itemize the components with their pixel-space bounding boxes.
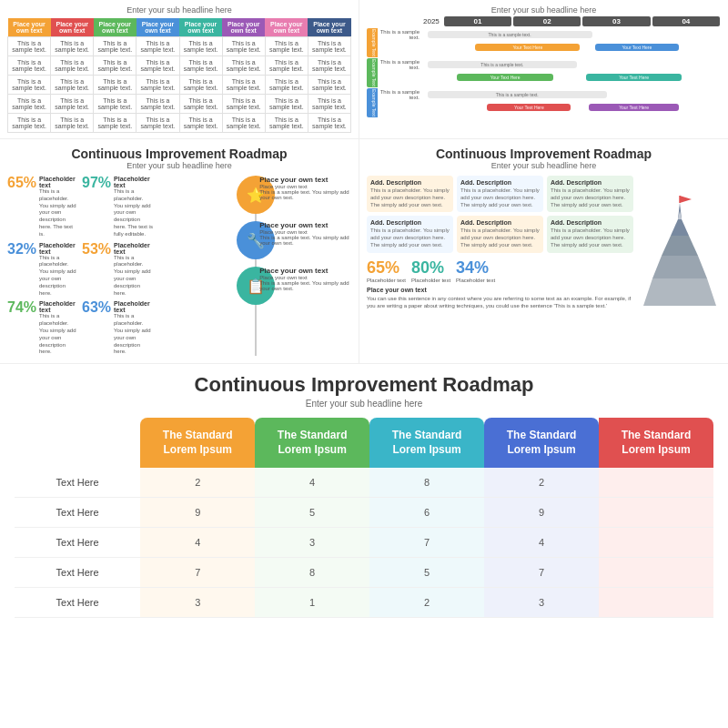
cell-orange-4: 7 <box>140 558 255 588</box>
stat-74: 74% Placeholder text This is a placehold… <box>7 300 78 356</box>
gantt-col-02: 02 <box>513 16 581 26</box>
pricing-table: The StandardLorem Ipsum The StandardLore… <box>15 418 713 618</box>
timeline-item-2: 🔧 Place your own text Place your own tex… <box>160 221 351 259</box>
timeline-desc-2: Place your own text Place your own text … <box>259 221 351 246</box>
cell-red-5 <box>599 588 713 618</box>
gantt-bar: Your Text Here <box>589 104 679 111</box>
roadmap-left-title: Continuous Improvement Roadmap <box>7 147 351 161</box>
stat-body: This is a placeholder. You simply add yo… <box>114 255 153 298</box>
gantt-group-1: Example Text This is a sample text. This… <box>367 28 721 57</box>
table-row: This is a sample text. This is a sample … <box>8 37 351 56</box>
col-header-orange: The StandardLorem Ipsum <box>140 418 255 468</box>
pricing-row-1: Text Here 2 4 8 2 <box>15 468 713 498</box>
roadmap-right-panel: Continuous Improvement Roadmap Enter you… <box>359 139 728 363</box>
stat-97: 97% Placeholder text This is a placehold… <box>82 176 153 238</box>
timeline-desc-3: Place your own text Place your own text … <box>259 267 351 291</box>
desc-card-4: Add. Description This is a placeholder. … <box>367 216 453 252</box>
gantt-bar: Your Text Here <box>586 74 682 81</box>
pricing-row-5: Text Here 3 1 2 3 <box>15 588 713 618</box>
stat-bottom-34: 34% Placeholder text <box>456 258 495 283</box>
col-header-1: Place your own text <box>8 18 51 37</box>
stat-title: Placeholder text <box>114 300 153 313</box>
col-header-8: Place your own text <box>308 18 350 37</box>
cell-orange-3: 4 <box>140 528 255 558</box>
gantt-row-label: This is a sample text. <box>378 59 421 70</box>
roadmap-left-panel: Continuous Improvement Roadmap Enter you… <box>0 139 359 363</box>
roadmap-desc-text: You can use this sentence in any context… <box>367 295 633 310</box>
gantt-col-03: 03 <box>582 16 650 26</box>
cell-red-4 <box>599 558 713 588</box>
col-header-6: Place your own text <box>222 18 265 37</box>
cell-blue-4: 7 <box>484 558 599 588</box>
cell-green-4: 8 <box>255 558 369 588</box>
table-row: This is a sample text. This is a sample … <box>8 95 351 114</box>
stat-title: Placeholder text <box>39 300 78 313</box>
cell-green-1: 4 <box>255 468 369 498</box>
table-panel: Enter your sub headline here Place your … <box>0 0 359 138</box>
roadmap-place-label: Place your own text <box>367 287 633 293</box>
cell-cyan-5: 2 <box>369 588 484 618</box>
stat-title: Placeholder text <box>114 242 153 255</box>
table-row: This is a sample text. This is a sample … <box>8 76 351 95</box>
gantt-subtitle: Enter your sub headline here <box>367 5 721 15</box>
stat-body: This is a placeholder. You simply add yo… <box>39 188 78 238</box>
cell-orange-5: 3 <box>140 588 255 618</box>
cell-red-2 <box>599 498 713 528</box>
stat-title: Placeholder text <box>39 242 78 255</box>
cell-orange-1: 2 <box>140 468 255 498</box>
cell-cyan-1: 8 <box>369 468 484 498</box>
pricing-row-3: Text Here 4 3 7 4 <box>15 528 713 558</box>
gantt-group-3: Example Text This is a sample text. This… <box>367 88 721 117</box>
pricing-row-2: Text Here 9 5 6 9 <box>15 498 713 528</box>
row-label-3: Text Here <box>15 528 140 558</box>
svg-marker-1 <box>652 256 707 278</box>
bottom-title: Continuous Improvement Roadmap <box>15 373 713 397</box>
stat-bottom-65: 65% Placeholder text <box>367 258 406 283</box>
cell-orange-2: 9 <box>140 498 255 528</box>
col-header-red: The StandardLorem Ipsum <box>599 418 713 468</box>
gantt-group-label-2: Example Text <box>367 58 378 87</box>
table-subtitle: Enter your sub headline here <box>7 5 351 15</box>
gantt-row-label: This is a sample text. <box>378 29 421 40</box>
svg-marker-2 <box>662 236 698 256</box>
col-header-3: Place your own text <box>94 18 136 37</box>
mountain-visual <box>639 176 721 310</box>
gantt-group-label-3: Example Text <box>367 88 378 117</box>
gantt-bar: Your Text Here <box>487 104 571 111</box>
stat-65: 65% Placeholder text This is a placehold… <box>7 176 78 238</box>
stat-percent: 97% <box>82 176 111 190</box>
pricing-row-4: Text Here 7 8 5 7 <box>15 558 713 588</box>
stat-percent: 32% <box>7 242 36 257</box>
gantt-group-label-1: Example Text <box>367 28 378 57</box>
cell-blue-1: 2 <box>484 468 599 498</box>
stat-percent: 63% <box>82 300 111 315</box>
row-label-5: Text Here <box>15 588 140 618</box>
gantt-col-04: 04 <box>652 16 720 26</box>
stat-percent: 65% <box>7 176 36 190</box>
row-label-4: Text Here <box>15 558 140 588</box>
stat-body: This is a placeholder. You simply add yo… <box>114 188 153 238</box>
cell-green-2: 5 <box>255 498 369 528</box>
desc-card-3: Add. Description This is a placeholder. … <box>547 176 633 212</box>
cell-cyan-2: 6 <box>369 498 484 528</box>
row-label-1: Text Here <box>15 468 140 498</box>
stat-percent: 53% <box>82 242 111 257</box>
bottom-subtitle: Enter your sub headline here <box>15 399 713 409</box>
gantt-panel: Enter your sub headline here 2025 01 02 … <box>359 0 728 138</box>
bottom-section: Continuous Improvement Roadmap Enter you… <box>0 363 728 632</box>
table-row: This is a sample text. This is a sample … <box>8 56 351 76</box>
cell-blue-5: 3 <box>484 588 599 618</box>
roadmap-bottom-stats: 65% Placeholder text 80% Placeholder tex… <box>367 258 633 283</box>
middle-section: Continuous Improvement Roadmap Enter you… <box>0 138 728 363</box>
timeline-desc-1: Place your own text Place your own text … <box>259 176 351 200</box>
desc-card-5: Add. Description This is a placeholder. … <box>457 216 543 252</box>
stat-body: This is a placeholder. You simply add yo… <box>39 255 78 298</box>
roadmap-right-content: Add. Description This is a placeholder. … <box>367 176 721 310</box>
col-header-5: Place your own text <box>179 18 222 37</box>
gantt-bar: Your Text Here <box>457 74 552 81</box>
roadmap-right-subtitle: Enter your sub headline here <box>367 161 721 170</box>
gantt-bar: This is a sample text. <box>428 91 607 98</box>
gantt-bar: This is a sample text. <box>428 61 578 68</box>
roadmap-left-content: 65% Placeholder text This is a placehold… <box>7 176 351 356</box>
cell-blue-2: 9 <box>484 498 599 528</box>
